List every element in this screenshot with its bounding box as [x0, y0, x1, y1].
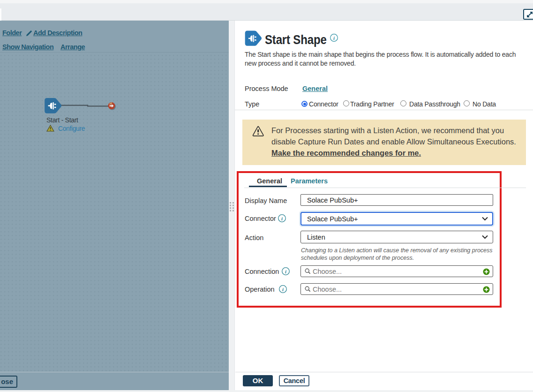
svg-text:i: i — [282, 286, 284, 292]
svg-text:i: i — [333, 35, 335, 41]
svg-text:i: i — [281, 216, 283, 221]
svg-text:i: i — [285, 269, 287, 274]
